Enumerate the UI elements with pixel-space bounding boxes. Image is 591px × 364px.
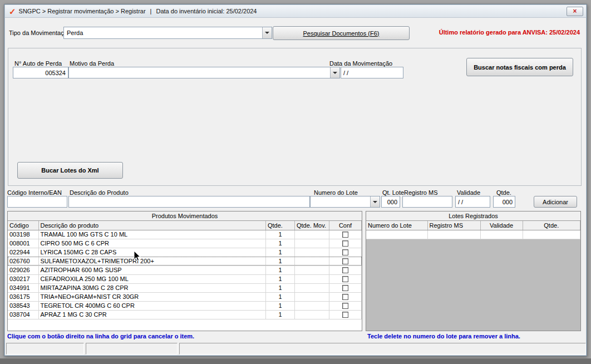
tipo-movimentacao-value: Perda [67, 29, 83, 36]
conf-checkbox[interactable] [342, 249, 348, 255]
motivo-perda-combobox[interactable] [68, 67, 340, 78]
cell-conf [329, 283, 362, 292]
desktop-bottom-strip [0, 358, 591, 364]
table-row[interactable]: 030217CEFADROXILA 250 MG 100 ML1 [8, 274, 362, 283]
cell-conf [329, 265, 362, 274]
statusbar [6, 343, 586, 355]
cell: 026760 [8, 257, 38, 265]
tipo-dropdown-button[interactable] [262, 27, 272, 38]
col-header-descricao[interactable]: Descrição do produto [38, 221, 266, 230]
table-row[interactable]: 029026AZITROPHAR 600 MG SUSP1 [8, 265, 362, 274]
buscar-notas-fiscais-button[interactable]: Buscar notas fiscais com perda [466, 58, 573, 76]
desktop: { "window": { "title_left": "SNGPC > Reg… [0, 0, 591, 364]
table-row[interactable]: 034991MIRTAZAPINA 30MG C 28 CPR1 [8, 283, 362, 292]
lote-dropdown-button[interactable] [370, 196, 380, 207]
window-title-breadcrumb: SNGPC > Registrar movimentação > Registr… [19, 8, 146, 14]
cell: 034991 [8, 283, 38, 292]
cell: AZITROPHAR 600 MG SUSP [38, 265, 266, 274]
tipo-movimentacao-label: Tipo da Movimentação: [9, 29, 72, 36]
cell: CEFADROXILA 250 MG 100 ML [38, 274, 266, 283]
cell: 022944 [8, 248, 38, 257]
motivo-dropdown-button[interactable] [330, 67, 339, 78]
products-table-body: 003198TRAMAL 100 MG GTS C 10 ML1008001CI… [8, 230, 362, 319]
col-header-validade[interactable]: Validade [480, 221, 523, 230]
cell: 038543 [8, 301, 38, 310]
lotes-table: Numero do Lote Registro MS Validade Qtde… [366, 221, 580, 239]
adicionar-button[interactable]: Adicionar [534, 196, 577, 208]
cell-conf [329, 292, 362, 301]
table-row[interactable]: 038704APRAZ 1 MG C 30 CPR1 [8, 310, 362, 319]
cell [427, 230, 480, 239]
validade-field[interactable] [455, 196, 490, 208]
cell-conf [329, 310, 362, 319]
lotes-table-body [366, 230, 580, 239]
cell-conf [329, 274, 362, 283]
lotes-header-row: Numero do Lote Registro MS Validade Qtde… [366, 221, 580, 230]
close-button[interactable]: × [567, 7, 583, 16]
cell: 1 [266, 230, 295, 239]
conf-checkbox[interactable] [342, 285, 348, 291]
col-header-codigo[interactable]: Código [8, 221, 38, 230]
cell: 1 [266, 265, 295, 274]
conf-checkbox[interactable] [342, 294, 348, 300]
chevron-down-icon [265, 32, 269, 34]
registro-ms-field[interactable] [402, 196, 452, 208]
codigo-interno-field[interactable] [7, 196, 67, 208]
table-row[interactable]: 038543TEGRETOL CR 400MG C 60 CPR1 [8, 301, 362, 310]
cell: 1 [266, 274, 295, 283]
qt-lote-field[interactable] [381, 196, 400, 208]
cell: 030217 [8, 274, 38, 283]
cell-conf [329, 248, 362, 257]
cell-conf [329, 230, 362, 239]
table-row[interactable]: 022944LYRICA 150MG C 28 CAPS1 [8, 248, 362, 257]
col-header-numero-lote[interactable]: Numero do Lote [366, 221, 427, 230]
window-title-inventory-date: Data do inventário inicial: 25/02/2024 [156, 8, 257, 14]
pesquisar-documentos-button[interactable]: Pesquisar Documentos (F6) [273, 26, 410, 40]
anvisa-notice: Último relatório gerado para ANVISA: 25/… [439, 29, 580, 36]
cell: 038704 [8, 310, 38, 319]
lotes-grid: Lotes Registrados Numero do Lote Registr… [366, 211, 581, 331]
cell [295, 283, 329, 292]
cell [523, 230, 580, 239]
data-movimentacao-field[interactable] [341, 67, 403, 78]
cell: 036175 [8, 292, 38, 301]
conf-checkbox[interactable] [342, 303, 348, 309]
lote-delete-hint: Tecle delete no numero do lote para remo… [367, 333, 520, 340]
cell: 1 [266, 248, 295, 257]
cell [295, 274, 329, 283]
titlebar[interactable]: ✓ SNGPC > Registrar movimentação > Regis… [5, 5, 586, 18]
cell-conf [329, 257, 362, 265]
status-panel-2 [86, 343, 178, 355]
numero-lote-combobox[interactable] [310, 196, 380, 208]
cell [295, 257, 329, 265]
codigo-interno-label: Código Interno/EAN [7, 189, 62, 196]
col-header-conf[interactable]: Conf [329, 221, 362, 230]
table-row[interactable]: 008001CIPRO 500 MG C 6 CPR1 [8, 239, 362, 248]
table-row[interactable]: 026760SULFAMETOXAZOL+TRIMETOPRI 200+1 [8, 257, 362, 265]
col-header-qtde-mov[interactable]: Qtde. Mov. [295, 221, 329, 230]
col-header-qtde[interactable]: Qtde. [266, 221, 295, 230]
conf-checkbox[interactable] [342, 276, 348, 282]
auto-perda-field[interactable] [13, 67, 68, 78]
col-header-qtde[interactable]: Qtde. [523, 221, 580, 230]
descricao-produto-field[interactable] [68, 196, 310, 208]
cell [295, 230, 329, 239]
conf-checkbox[interactable] [342, 312, 348, 318]
buscar-lotes-xml-button[interactable]: Bucar Lotes do Xml [17, 162, 123, 179]
cell: 1 [266, 292, 295, 301]
cell: CIPRO 500 MG C 6 CPR [38, 239, 266, 248]
cell [295, 310, 329, 319]
tipo-movimentacao-combobox[interactable]: Perda [63, 27, 272, 39]
table-row[interactable]: 036175TRIA+NEO+GRAM+NIST CR 30GR1 [8, 292, 362, 301]
qtde-field[interactable] [493, 196, 515, 208]
cell: LYRICA 150MG C 28 CAPS [38, 248, 266, 257]
conf-checkbox[interactable] [342, 240, 348, 247]
cell [295, 248, 329, 257]
table-row[interactable] [366, 230, 580, 239]
conf-checkbox[interactable] [342, 232, 348, 238]
table-row[interactable]: 003198TRAMAL 100 MG GTS C 10 ML1 [8, 230, 362, 239]
conf-checkbox[interactable] [342, 258, 348, 264]
conf-checkbox[interactable] [342, 267, 348, 273]
col-header-registro-ms[interactable]: Registro MS [427, 221, 480, 230]
cell: SULFAMETOXAZOL+TRIMETOPRI 200+ [38, 257, 266, 265]
